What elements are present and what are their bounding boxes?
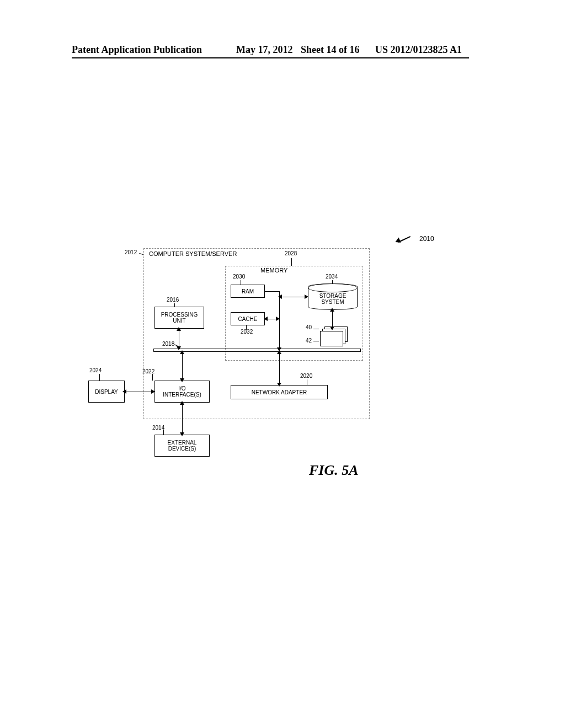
- ref-2020: 2020: [300, 373, 312, 379]
- header-sheet: Sheet 14 of 16: [301, 44, 360, 56]
- io-label: I/O INTERFACE(S): [163, 386, 201, 398]
- external-devices-box: EXTERNAL DEVICE(S): [154, 435, 210, 457]
- display-box: DISPLAY: [88, 381, 125, 403]
- ref-40: 40: [306, 324, 312, 330]
- ref-2030: 2030: [233, 274, 245, 280]
- ref-2014: 2014: [152, 425, 164, 431]
- header-rule: [72, 57, 469, 58]
- ref-2034: 2034: [326, 274, 338, 280]
- cache-label: CACHE: [238, 316, 257, 322]
- network-adapter-label: NETWORK ADAPTER: [252, 389, 307, 395]
- ram-label: RAM: [242, 288, 254, 295]
- ref-2024: 2024: [89, 367, 102, 373]
- ref-2018: 2018: [162, 341, 174, 347]
- cache-box: CACHE: [231, 312, 265, 325]
- ref-2016: 2016: [167, 297, 179, 303]
- ref-arrow-icon: [398, 239, 416, 245]
- storage-cylinder: STORAGE SYSTEM: [308, 283, 358, 310]
- ref-42: 42: [306, 338, 312, 344]
- system-diagram: COMPUTER SYSTEM/SERVER 2012 MEMORY 2028 …: [88, 237, 381, 474]
- memory-label: MEMORY: [260, 267, 287, 274]
- display-label: DISPLAY: [95, 389, 118, 395]
- ref-outer-system: 2010: [419, 235, 434, 243]
- external-label: EXTERNAL DEVICE(S): [168, 440, 197, 452]
- computer-system-label: COMPUTER SYSTEM/SERVER: [149, 250, 237, 257]
- processing-unit-label: PROCESSING UNIT: [161, 312, 198, 324]
- ref-2032: 2032: [241, 329, 253, 335]
- ref-2012: 2012: [125, 249, 137, 255]
- storage-label: STORAGE SYSTEM: [308, 293, 357, 305]
- ram-box: RAM: [231, 285, 265, 298]
- header-date: May 17, 2012: [236, 44, 293, 56]
- figure-caption: FIG. 5A: [309, 462, 359, 479]
- bus-line: [153, 349, 361, 352]
- io-interfaces-box: I/O INTERFACE(S): [154, 381, 210, 403]
- header-pub-type: Patent Application Publication: [72, 44, 202, 56]
- processing-unit-box: PROCESSING UNIT: [154, 307, 204, 329]
- ref-2028: 2028: [285, 250, 297, 256]
- header-pub-num: US 2012/0123825 A1: [375, 44, 462, 56]
- network-adapter-box: NETWORK ADAPTER: [231, 385, 328, 399]
